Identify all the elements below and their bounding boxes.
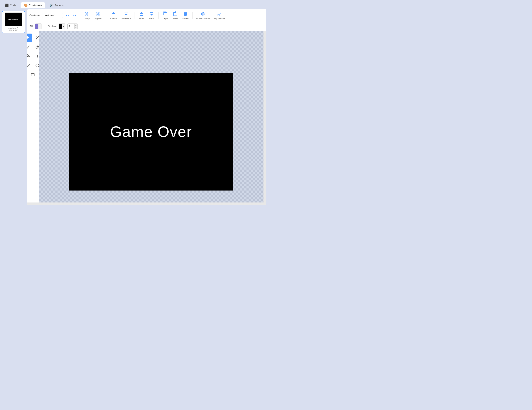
front-button[interactable]: Front: [137, 10, 146, 20]
sounds-icon: 🔊: [49, 4, 53, 7]
outline-width-input[interactable]: ▲ ▼: [67, 24, 78, 29]
delete-icon: [183, 11, 188, 17]
costume-item-name: costume1: [8, 27, 19, 29]
tab-sounds[interactable]: 🔊 Sounds: [46, 2, 67, 8]
backward-icon: [124, 11, 129, 17]
copy-label: Copy: [163, 18, 168, 20]
main-layout: 1 Game Over costume1 480 x 360 Costume: [0, 9, 266, 205]
front-label: Front: [139, 18, 144, 20]
tab-code-label: Code: [10, 4, 16, 7]
outline-color-swatch[interactable]: ▼: [58, 24, 65, 29]
back-button[interactable]: Back: [147, 10, 156, 20]
divider-4: [158, 12, 159, 19]
tab-sounds-label: Sounds: [54, 4, 64, 7]
pencil-tool[interactable]: [27, 43, 32, 51]
outline-dropdown-arrow[interactable]: ▼: [62, 24, 65, 29]
backward-label: Backward: [122, 18, 131, 20]
spin-up[interactable]: ▲: [75, 24, 77, 27]
forward-icon: [111, 11, 116, 17]
costume-panel: 1 Game Over costume1 480 x 360: [0, 9, 27, 205]
back-icon: [149, 11, 154, 17]
select-tool[interactable]: [27, 34, 32, 42]
costume-item[interactable]: 1 Game Over costume1 480 x 360: [2, 11, 25, 33]
svg-rect-2: [112, 15, 115, 15]
fill-dropdown-arrow[interactable]: ▼: [38, 24, 42, 29]
flip-v-icon: [217, 11, 222, 17]
paste-label: Paste: [172, 18, 178, 20]
svg-rect-11: [31, 74, 34, 76]
front-icon: [139, 11, 144, 17]
redo-button[interactable]: [71, 13, 77, 19]
group-icon: [84, 11, 89, 17]
svg-rect-3: [124, 13, 128, 13]
outline-color-inner: [59, 24, 62, 29]
group-button[interactable]: Group: [83, 10, 91, 20]
fill-color-inner: [35, 24, 38, 29]
copy-button[interactable]: Copy: [161, 10, 170, 20]
undo-button[interactable]: [65, 13, 71, 19]
backward-button[interactable]: Backward: [120, 10, 132, 20]
flip-v-button[interactable]: Flip Vertical: [213, 10, 226, 20]
svg-rect-6: [150, 12, 153, 13]
code-icon: ⬛: [5, 4, 9, 7]
paste-icon: [173, 11, 178, 17]
fill-label: Fill: [29, 25, 33, 28]
tab-bar: ⬛ Code 🎨 Costumes 🔊 Sounds: [0, 0, 266, 9]
undo-redo-group: [65, 13, 77, 19]
costume-preview: Game Over: [5, 13, 22, 26]
delete-button[interactable]: Delete: [181, 10, 190, 20]
toolbar: Costume: [27, 9, 266, 22]
canvas-container: Game Over: [27, 31, 266, 203]
costume-name-input[interactable]: [42, 13, 63, 18]
copy-icon: [163, 11, 168, 17]
group-label: Group: [84, 18, 90, 20]
delete-label: Delete: [182, 18, 189, 20]
flip-h-label: Flip Horizontal: [196, 18, 210, 20]
flip-h-button[interactable]: Flip Horizontal: [195, 10, 211, 20]
outline-width-field[interactable]: [68, 25, 74, 28]
costume-number: 1: [3, 12, 5, 14]
fill-row: Fill ▼ Outline ▼ ▲ ▼: [27, 22, 266, 31]
svg-rect-4: [140, 15, 143, 15]
tool-row-5: [28, 71, 37, 79]
fill-tool[interactable]: [27, 52, 32, 60]
svg-rect-5: [140, 15, 143, 16]
paste-button[interactable]: Paste: [171, 10, 180, 20]
spin-down[interactable]: ▼: [75, 27, 77, 29]
divider-5: [192, 12, 192, 19]
flip-v-label: Flip Vertical: [214, 18, 225, 20]
forward-label: Forward: [110, 18, 117, 20]
back-label: Back: [149, 18, 154, 20]
ungroup-icon: [95, 11, 100, 17]
game-over-canvas: Game Over: [69, 73, 233, 191]
costume-label: Costume: [29, 14, 40, 17]
costume-preview-text: Game Over: [8, 18, 19, 20]
ungroup-button[interactable]: Ungroup: [93, 10, 103, 20]
fill-color-swatch[interactable]: ▼: [35, 24, 42, 29]
flip-h-icon: [200, 11, 206, 17]
vertical-scrollbar[interactable]: [264, 31, 266, 203]
line-tool[interactable]: [27, 61, 32, 70]
ungroup-label: Ungroup: [94, 18, 102, 20]
tab-costumes-label: Costumes: [29, 4, 42, 7]
svg-point-8: [36, 36, 37, 37]
divider-3: [134, 12, 135, 19]
tab-costumes[interactable]: 🎨 Costumes: [20, 2, 45, 8]
editor-area: Costume: [27, 9, 266, 205]
costumes-icon: 🎨: [24, 4, 28, 7]
rect-tool[interactable]: [28, 71, 37, 79]
outline-spin: ▲ ▼: [74, 24, 77, 29]
canvas-area[interactable]: Game Over: [39, 31, 264, 203]
tool-panel: [27, 31, 39, 203]
forward-button[interactable]: Forward: [108, 10, 119, 20]
costume-item-size: 480 x 360: [9, 29, 18, 32]
horizontal-scrollbar[interactable]: [27, 203, 266, 205]
svg-rect-0: [86, 13, 87, 15]
tab-code[interactable]: ⬛ Code: [2, 2, 20, 8]
svg-rect-1: [97, 13, 98, 14]
outline-label: Outline: [48, 25, 57, 28]
svg-rect-7: [150, 13, 153, 13]
game-over-text: Game Over: [110, 123, 192, 140]
